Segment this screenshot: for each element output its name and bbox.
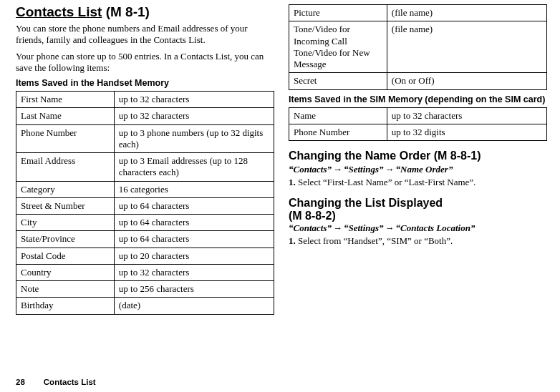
page-content: Contacts List (M 8-1) You can store the … <box>0 0 560 315</box>
table-row: Birthday(date) <box>16 298 274 314</box>
section-heading-list-displayed: Changing the List Displayed (M 8-8-2) <box>289 197 547 222</box>
cell-value: (file name) <box>387 5 546 21</box>
table-row: Category16 categories <box>16 181 274 197</box>
cell-value: 16 categories <box>114 181 274 197</box>
footer-title: Contacts List <box>44 378 96 386</box>
cell-key: Last Name <box>16 108 115 124</box>
step-number: 1. <box>289 235 296 246</box>
path-part: “Name Order” <box>396 164 453 175</box>
sec2-line1: Changing the List Displayed <box>289 197 443 209</box>
cell-value: up to 32 characters <box>114 264 274 280</box>
handset-memory-table: First Nameup to 32 characters Last Nameu… <box>16 91 274 315</box>
page-footer: 28Contacts List <box>16 378 96 386</box>
table-row: Postal Codeup to 20 characters <box>16 248 274 264</box>
left-column: Contacts List (M 8-1) You can store the … <box>16 4 274 315</box>
sec2-line2: (M 8-8-2) <box>289 210 336 222</box>
handset-memory-table-cont: Picture(file name) Tone/Video for Incomi… <box>289 4 547 90</box>
table-row: Picture(file name) <box>289 5 547 21</box>
cell-key: Tone/Video for Incoming Call Tone/Video … <box>289 21 387 73</box>
cell-value: up to 32 digits <box>387 124 546 140</box>
table-row: Nameup to 32 characters <box>289 107 547 124</box>
nav-path-list-displayed: “Contacts”→“Settings”→“Contacts Location… <box>289 222 547 234</box>
step-text: Select from “Handset”, “SIM” or “Both”. <box>298 235 453 246</box>
path-part: “Contacts” <box>289 222 332 233</box>
cell-value: up to 20 characters <box>114 248 274 264</box>
cell-key: Country <box>16 264 115 280</box>
table-row: State/Provinceup to 64 characters <box>16 231 274 248</box>
path-part: “Contacts” <box>289 164 332 175</box>
cell-value: (file name) <box>387 21 546 73</box>
step-list-displayed: 1. Select from “Handset”, “SIM” or “Both… <box>289 235 547 247</box>
table-row: Cityup to 64 characters <box>16 215 274 231</box>
table-row: Secret(On or Off) <box>289 73 547 89</box>
section-heading-name-order: Changing the Name Order (M 8-8-1) <box>289 150 547 162</box>
sim-memory-table: Nameup to 32 characters Phone Numberup t… <box>289 107 547 142</box>
cell-value: up to 64 characters <box>114 197 274 214</box>
title-underline: Contacts List <box>16 4 102 19</box>
arrow-icon: → <box>332 222 344 233</box>
cell-key: City <box>16 215 115 231</box>
table-row: Countryup to 32 characters <box>16 264 274 280</box>
table-row: Phone Numberup to 32 digits <box>289 124 547 140</box>
cell-value: (date) <box>114 298 274 314</box>
cell-value: up to 32 characters <box>387 107 546 124</box>
cell-key: Category <box>16 181 115 197</box>
table-row: Last Nameup to 32 characters <box>16 108 274 124</box>
cell-value: up to 64 characters <box>114 215 274 231</box>
step-name-order: 1. Select “First-Last Name” or “Last-Fir… <box>289 177 547 188</box>
step-text: Select “First-Last Name” or “Last-First … <box>298 177 475 187</box>
table-row: Phone Numberup to 3 phone numbers (up to… <box>16 124 274 153</box>
step-number: 1. <box>289 177 296 187</box>
cell-value: up to 3 phone numbers (up to 32 digits e… <box>114 124 274 153</box>
sim-memory-heading: Items Saved in the SIM Memory (depending… <box>289 94 547 104</box>
path-part: “Contacts Location” <box>396 222 475 233</box>
page-title: Contacts List (M 8-1) <box>16 4 274 20</box>
handset-memory-heading: Items Saved in the Handset Memory <box>16 78 274 88</box>
table-row: Email Addressup to 3 Email addresses (up… <box>16 153 274 182</box>
path-part: “Settings” <box>344 222 384 233</box>
intro-paragraph-2: Your phone can store up to 500 entries. … <box>16 51 274 74</box>
cell-value: up to 32 characters <box>114 108 274 124</box>
cell-key: Postal Code <box>16 248 115 264</box>
cell-key: Note <box>16 281 115 298</box>
cell-key: Birthday <box>16 298 115 314</box>
path-part: “Settings” <box>344 164 384 175</box>
cell-value: (On or Off) <box>387 73 546 89</box>
cell-key: Picture <box>289 5 387 21</box>
cell-key: First Name <box>16 92 115 108</box>
title-suffix: (M 8-1) <box>102 4 150 19</box>
cell-value: up to 256 characters <box>114 281 274 298</box>
table-row: First Nameup to 32 characters <box>16 92 274 108</box>
arrow-icon: → <box>384 164 396 175</box>
cell-key: Email Address <box>16 153 115 182</box>
cell-value: up to 3 Email addresses (up to 128 chara… <box>114 153 274 182</box>
table-row: Tone/Video for Incoming Call Tone/Video … <box>289 21 547 73</box>
cell-value: up to 64 characters <box>114 231 274 248</box>
cell-key: Name <box>289 107 387 124</box>
cell-key: Street & Number <box>16 197 115 214</box>
table-row: Street & Numberup to 64 characters <box>16 197 274 214</box>
page-number: 28 <box>16 378 25 386</box>
right-column: Picture(file name) Tone/Video for Incomi… <box>289 4 547 315</box>
table-row: Noteup to 256 characters <box>16 281 274 298</box>
arrow-icon: → <box>384 222 396 233</box>
cell-key: State/Province <box>16 231 115 248</box>
nav-path-name-order: “Contacts”→“Settings”→“Name Order” <box>289 164 547 175</box>
arrow-icon: → <box>332 164 344 175</box>
cell-key: Secret <box>289 73 387 89</box>
cell-key: Phone Number <box>289 124 387 140</box>
intro-paragraph-1: You can store the phone numbers and Emai… <box>16 23 274 46</box>
cell-value: up to 32 characters <box>114 92 274 108</box>
cell-key: Phone Number <box>16 124 115 153</box>
